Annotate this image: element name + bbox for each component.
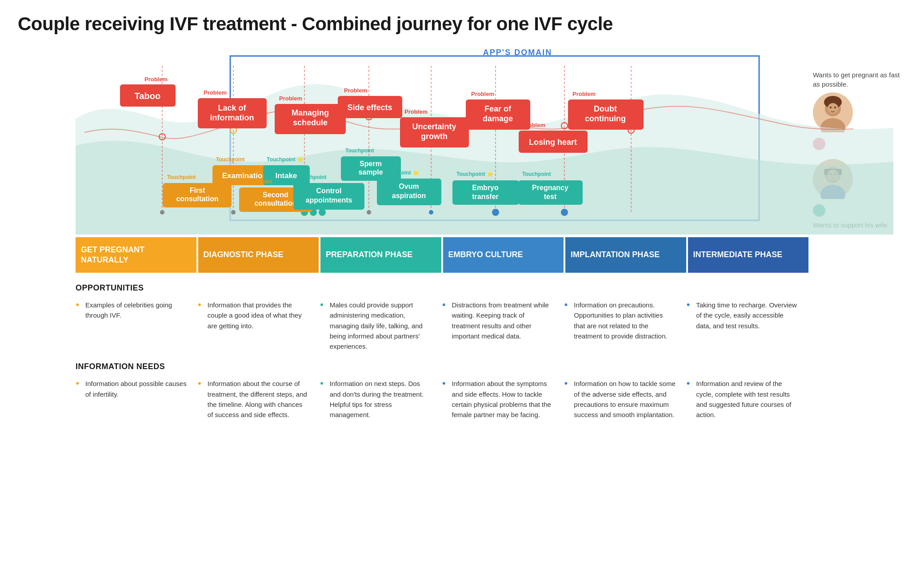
info-needs-section: INFORMATION NEEDS Information about poss… (76, 362, 808, 420)
svg-text:Touchpoint: Touchpoint (216, 156, 244, 163)
prob-label-taboo: Problem (144, 76, 168, 83)
phase-embryo: EMBRYO CULTURE (443, 237, 564, 273)
svg-text:Managing: Managing (292, 108, 329, 117)
app-domain-label: APP'S DOMAIN (227, 48, 808, 57)
svg-point-32 (231, 210, 236, 215)
page-title: Couple receiving IVF treatment - Combine… (18, 13, 906, 35)
svg-text:Problem: Problem (471, 91, 494, 97)
svg-text:continuing: continuing (585, 114, 626, 123)
svg-text:Problem: Problem (344, 87, 367, 94)
svg-point-35 (319, 209, 326, 216)
info-needs-columns: Information about possible causes of inf… (76, 378, 808, 420)
svg-text:Touchpoint ⭐: Touchpoint ⭐ (267, 156, 304, 163)
svg-text:aspiration: aspiration (392, 192, 426, 199)
svg-text:appointments: appointments (306, 196, 352, 204)
svg-text:consultation: consultation (176, 195, 218, 203)
info-col-6: Information and review of the cycle, com… (686, 378, 808, 420)
phase-diagnostic: DIAGNOSTIC PHASE (198, 237, 319, 273)
svg-text:damage: damage (483, 114, 513, 123)
svg-text:schedule: schedule (293, 118, 328, 127)
info-col-3: Information on next steps. Dos and don't… (320, 378, 442, 420)
svg-text:growth: growth (421, 132, 448, 141)
svg-text:First: First (190, 187, 205, 194)
svg-text:Intake: Intake (275, 171, 297, 180)
svg-text:Touchpoint ⭐: Touchpoint ⭐ (456, 171, 493, 177)
svg-text:Problem: Problem (404, 108, 428, 115)
opp-col-5: Information on precautions. Opportunitie… (564, 300, 686, 351)
svg-text:Side effects: Side effects (347, 103, 392, 112)
svg-text:Touchpoint: Touchpoint (522, 171, 551, 177)
svg-text:Ovum: Ovum (399, 183, 419, 190)
svg-text:Fear of: Fear of (484, 104, 512, 113)
journey-area: Wants to get pregnant as fast as possibl… (18, 48, 906, 273)
svg-point-39 (561, 209, 568, 216)
opportunities-columns: Examples of celebrities going through IV… (76, 300, 808, 351)
page-container: Couple receiving IVF treatment - Combine… (0, 0, 924, 433)
svg-text:Touchpoint ⭐: Touchpoint ⭐ (382, 169, 419, 176)
svg-text:Problem: Problem (279, 95, 302, 102)
svg-text:information: information (210, 113, 254, 122)
svg-point-31 (160, 210, 164, 215)
opportunities-section: OPPORTUNITIES Examples of celebrities go… (76, 283, 808, 351)
info-col-5: Information on how to tackle some of the… (564, 378, 686, 420)
opp-col-6: Taking time to recharge. Overview of the… (686, 300, 808, 351)
phase-intermediate: INTERMEDIATE PHASE (688, 237, 809, 273)
svg-text:Losing heart: Losing heart (529, 138, 577, 147)
svg-text:Touchpoint: Touchpoint (298, 174, 326, 180)
svg-text:Doubt: Doubt (594, 104, 617, 113)
svg-text:Touchpoint: Touchpoint (167, 174, 196, 180)
svg-text:Pregnancy: Pregnancy (532, 184, 568, 191)
phase-preparation: PREPARATION PHASE (320, 237, 441, 273)
svg-text:Touchpoint: Touchpoint (345, 147, 374, 154)
opp-col-3: Males could provide support administerin… (320, 300, 442, 351)
opp-col-1: Examples of celebrities going through IV… (76, 300, 198, 351)
svg-text:Taboo: Taboo (135, 91, 161, 101)
svg-point-37 (429, 210, 433, 215)
svg-text:Problem: Problem (572, 91, 596, 97)
phase-get-pregnant: GET PREGNANT NATURALLY (76, 237, 196, 273)
svg-text:Uncertainty: Uncertainty (412, 122, 456, 131)
svg-text:Embryo: Embryo (472, 184, 499, 191)
opp-col-4: Distractions from treatment while waitin… (442, 300, 564, 351)
svg-point-36 (367, 210, 371, 215)
svg-text:transfer: transfer (472, 193, 499, 200)
journey-svg: Problem Taboo Problem Lack of informatio… (18, 48, 906, 235)
svg-text:Touchpoint: Touchpoint (244, 179, 272, 185)
phase-implantation: IMPLANTATION PHASE (565, 237, 686, 273)
phases-row: GET PREGNANT NATURALLY DIAGNOSTIC PHASE … (76, 237, 808, 273)
info-col-2: Information about the course of treatmen… (198, 378, 320, 420)
svg-text:Lack of: Lack of (218, 103, 246, 112)
svg-point-38 (492, 209, 499, 216)
svg-text:Sperm: Sperm (360, 160, 382, 167)
svg-text:consultation: consultation (254, 199, 296, 207)
info-col-1: Information about possible causes of inf… (76, 378, 198, 420)
opp-col-2: Information that provides the couple a g… (198, 300, 320, 351)
svg-text:Second: Second (263, 191, 288, 199)
svg-text:Problem: Problem (522, 122, 545, 128)
info-needs-title: INFORMATION NEEDS (76, 362, 808, 371)
svg-text:Problem: Problem (204, 89, 227, 96)
svg-text:sample: sample (358, 168, 383, 176)
info-col-4: Information about the symptoms and side … (442, 378, 564, 420)
svg-text:Control: Control (316, 187, 342, 195)
svg-text:test: test (544, 193, 557, 200)
opportunities-title: OPPORTUNITIES (76, 283, 808, 293)
